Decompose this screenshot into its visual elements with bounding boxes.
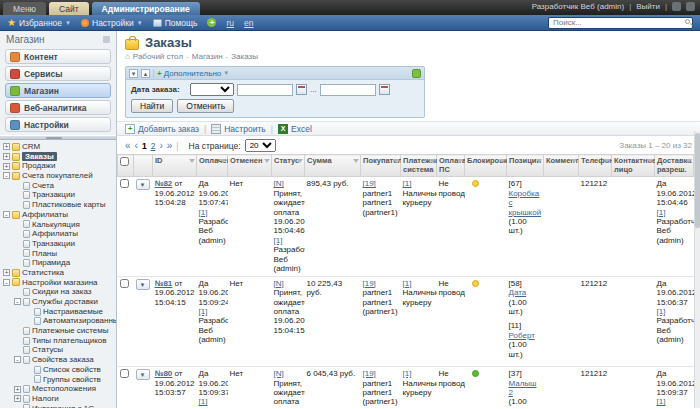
sort-icon[interactable] [264, 159, 270, 163]
scrollbar-thumb[interactable] [695, 133, 700, 228]
current-user-link[interactable]: Разработчик Веб (admin) [532, 2, 625, 11]
excel-button[interactable]: X Excel [278, 124, 312, 134]
help-icon[interactable] [686, 2, 695, 11]
tab-administration[interactable]: Администрирование [92, 2, 200, 15]
home-icon[interactable]: ⌂ [125, 53, 130, 61]
breadcrumb-item[interactable]: Магазин [186, 52, 223, 61]
sidebar-section-button[interactable]: Сервисы [5, 66, 111, 81]
row-checkbox[interactable] [120, 179, 129, 188]
tree-item[interactable]: - Аффилиаты [3, 210, 116, 220]
date-from-input[interactable] [237, 84, 293, 96]
row-checkbox[interactable] [120, 369, 129, 378]
sort-icon[interactable] [457, 159, 463, 163]
tree-item[interactable]: Транзакции [3, 239, 116, 249]
column-header[interactable]: Оплата ПС [437, 155, 465, 177]
tree-item[interactable]: Аффилиаты [3, 229, 116, 239]
tree-item[interactable]: Типы плательщиков [3, 336, 116, 346]
tree-item[interactable]: + CRM [3, 142, 116, 152]
column-header[interactable]: Сумма [305, 155, 361, 177]
breadcrumb-item[interactable]: Рабочий стол [133, 52, 183, 61]
vertical-scrollbar[interactable] [694, 131, 700, 408]
paysystem-id-link[interactable]: [1] [403, 179, 412, 188]
column-header[interactable]: Доставка разреш. [655, 155, 694, 177]
tree-item[interactable]: Планы [3, 249, 116, 259]
settings-menu[interactable]: Настройки▼ [81, 18, 143, 28]
paysystem-id-link[interactable]: [1] [403, 279, 412, 288]
tree-expander-icon[interactable]: - [3, 172, 10, 179]
tab-menu[interactable]: Меню [3, 2, 46, 15]
tab-site[interactable]: Сайт [49, 2, 89, 15]
last-page-button[interactable]: » [167, 141, 173, 151]
tree-item[interactable]: Транзакции [3, 190, 116, 200]
tree-expander-icon[interactable]: - [14, 298, 21, 305]
tree-item[interactable]: Счета [3, 181, 116, 191]
user-id-link[interactable]: [1] [657, 397, 666, 406]
product-link[interactable]: Дата [509, 288, 527, 297]
tree-item[interactable]: - Службы доставки [3, 297, 116, 307]
order-id-link[interactable]: №82 [155, 179, 173, 188]
tree-expander-icon[interactable]: + [14, 386, 21, 393]
status-code-link[interactable]: [N] [274, 369, 284, 378]
next-page-button[interactable]: › [159, 141, 162, 151]
buyer-id-link[interactable]: [19] [363, 279, 376, 288]
sort-icon[interactable] [297, 159, 303, 163]
page-number[interactable]: 1 [142, 141, 147, 151]
tree-item[interactable]: - Свойства заказа [3, 355, 116, 365]
sort-icon[interactable] [353, 159, 359, 163]
tree-item[interactable]: + Продажи [3, 161, 116, 171]
page-number[interactable]: 2 [151, 141, 156, 151]
buyer-id-link[interactable]: [19] [363, 179, 376, 188]
column-header[interactable]: Телефон [579, 155, 612, 177]
user-id-link[interactable]: [1] [274, 236, 283, 245]
tree-expander-icon[interactable]: - [14, 356, 21, 363]
sort-icon[interactable] [499, 159, 505, 163]
tree-expander-icon[interactable]: + [3, 143, 10, 150]
search-icon[interactable] [685, 19, 690, 24]
column-header[interactable]: Статус [272, 155, 305, 177]
column-header[interactable]: Покупатель [361, 155, 401, 177]
calendar-icon[interactable] [296, 84, 307, 95]
prev-page-button[interactable]: ‹ [135, 141, 138, 151]
tree-expander-icon[interactable]: + [14, 395, 21, 402]
column-header[interactable]: Оплачен [197, 155, 228, 177]
column-header[interactable]: Позиции [507, 155, 544, 177]
per-page-select[interactable]: 20 [245, 139, 276, 152]
tree-expander-icon[interactable]: + [3, 163, 10, 170]
tree-item[interactable]: Пластиковые карты [3, 200, 116, 210]
sidebar-splitter[interactable] [0, 135, 116, 140]
tree-item[interactable]: - Счета покупателей [3, 171, 116, 181]
date-to-input[interactable] [320, 84, 376, 96]
column-header[interactable]: Платежная система [401, 155, 437, 177]
date-condition-select[interactable] [190, 83, 234, 96]
filter-settings-icon[interactable] [412, 69, 421, 78]
sort-icon[interactable] [393, 159, 399, 163]
tree-item[interactable]: Группы свойств [3, 375, 116, 385]
tree-expander-icon[interactable]: + [3, 269, 10, 276]
tree-item[interactable]: Статусы [3, 345, 116, 355]
column-header[interactable]: ID [153, 155, 197, 177]
find-button[interactable]: Найти [131, 99, 173, 113]
sort-icon[interactable] [686, 159, 692, 163]
sidebar-section-button[interactable]: Настройки [5, 117, 111, 132]
user-id-link[interactable]: [1] [657, 208, 666, 217]
sort-icon[interactable] [536, 159, 542, 163]
breadcrumb-item[interactable]: Заказы [226, 52, 258, 61]
product-link[interactable]: Роберт [509, 331, 535, 340]
tree-item[interactable]: Настраиваемые [3, 307, 116, 317]
pin-icon[interactable] [103, 36, 110, 43]
logout-link[interactable]: Выйти [636, 2, 660, 11]
sort-icon[interactable] [571, 159, 577, 163]
filter-presets-icon[interactable]: ▼ [129, 69, 138, 78]
tree-item[interactable]: Калькуляция [3, 220, 116, 230]
user-id-link[interactable]: [1] [199, 397, 208, 406]
tree-item[interactable]: Пирамида [3, 258, 116, 268]
first-page-button[interactable]: « [125, 141, 131, 151]
tree-item[interactable]: Интеграция с 1С [3, 404, 116, 408]
add-order-button[interactable]: + Добавить заказ [125, 124, 199, 134]
paysystem-id-link[interactable]: [1] [403, 369, 412, 378]
lang-en-link[interactable]: en [244, 18, 253, 28]
order-id-link[interactable]: №81 [155, 279, 173, 288]
user-id-link[interactable]: [1] [199, 307, 208, 316]
filter-more-button[interactable]: + Дополнительно ▼ [157, 69, 229, 78]
configure-button[interactable]: Настроить [211, 124, 266, 134]
